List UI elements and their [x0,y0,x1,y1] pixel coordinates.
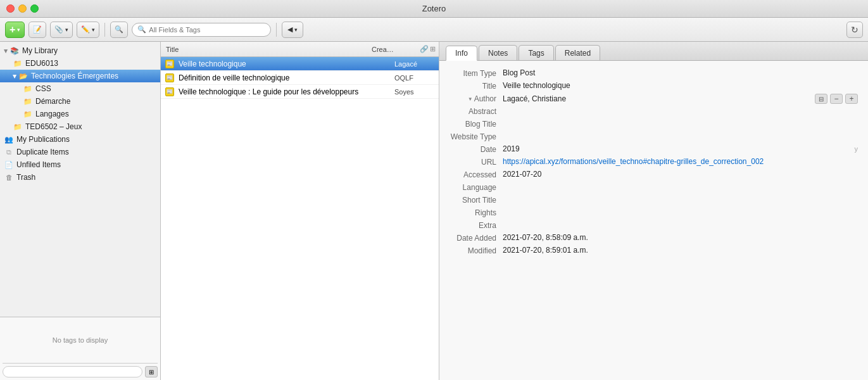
close-button[interactable] [6,4,15,13]
label-extra: Extra [439,220,503,230]
sidebar-label-unfiled: Unfiled Items [16,160,61,169]
minimize-button[interactable] [18,4,27,13]
search-icon-2: 🔍 [137,25,146,34]
item-creator-2: OQLF [394,74,439,82]
sidebar-label-css: CSS [35,84,51,93]
value-url[interactable]: https://apical.xyz/formations/veille_tec… [503,157,868,166]
info-row-language: Language [439,181,868,194]
sidebar-item-ted6502[interactable]: 📁 TED6502 – Jeux [0,120,160,133]
label-author-text: Author [474,94,496,103]
sidebar-item-publications[interactable]: 👥 My Publications [0,133,160,146]
col-icons-header: 🔗 ⊞ [416,45,439,53]
label-url: URL [439,157,503,167]
sidebar-label-demarche: Démarche [35,97,70,106]
label-date-added: Date Added [439,233,503,243]
sidebar-label-edu6013: EDU6013 [25,59,58,68]
search-field-selector[interactable]: 🔍 [110,22,128,38]
tab-related[interactable]: Related [555,45,600,60]
folder-icon-langages: 📁 [23,109,33,119]
folder-icon-ted: 📁 [13,122,23,132]
add-author-button[interactable]: + [845,94,858,104]
toolbar: + ▾ 📝 📎 ▾ ✏️ ▾ 🔍 🔍 ◀ ▾ ↻ [0,18,868,42]
items-pane: Title Crea… 🔗 ⊞ 📰 Veille technologique L… [161,42,439,380]
info-row-url: URL https://apical.xyz/formations/veille… [439,156,868,168]
refresh-button[interactable]: ↻ [846,22,863,38]
sidebar-item-tech-emergentes[interactable]: ▶ 📂 Technologies Émergentes [0,70,160,82]
tab-tags[interactable]: Tags [519,45,553,60]
add-item-button[interactable]: + ▾ [5,22,25,38]
info-row-website-type: Website Type [439,130,868,143]
info-row-blog-title: Blog Title [439,118,868,130]
folder-icon-css: 📁 [23,84,33,94]
minus-icon: − [834,94,838,103]
library-icon: 📚 [9,46,20,56]
label-language: Language [439,182,503,192]
window-controls [6,4,39,13]
info-row-short-title: Short Title [439,194,868,206]
remove-author-button[interactable]: − [830,94,843,104]
author-row: Lagacé, Christiane ⊟ − + [503,94,868,104]
add-dropdown-icon: ▾ [17,27,20,33]
sidebar-item-langages[interactable]: 📁 Langages [0,108,160,120]
new-note-button[interactable]: 📝 [28,22,46,38]
sidebar-label-duplicates: Duplicate Items [16,148,69,156]
sidebar-label-langages: Langages [35,110,69,118]
tag-search-input[interactable] [3,366,142,377]
author-type-toggle[interactable]: ⊟ [815,94,827,104]
separator-1 [104,23,105,37]
tab-info[interactable]: Info [446,46,477,61]
table-row[interactable]: 📰 Définition de veille technologique OQL… [161,71,439,85]
maximize-button[interactable] [30,4,39,13]
col-title-header: Title [161,46,372,53]
value-item-type[interactable]: Blog Post [503,68,868,77]
value-accessed[interactable]: 2021-07-20 [503,170,868,179]
item-list: 📰 Veille technologique Lagacé 📰 Définiti… [161,57,439,380]
plus-icon: + [849,94,853,103]
info-row-abstract: Abstract [439,105,868,118]
folder-icon: 📁 [13,58,23,68]
value-title[interactable]: Veille technologique [503,81,868,90]
nav-button[interactable]: ◀ ▾ [282,22,303,38]
sidebar-item-demarche[interactable]: 📁 Démarche [0,95,160,108]
sidebar-item-my-library[interactable]: ▶ 📚 My Library [0,44,160,57]
column-headers: Title Crea… 🔗 ⊞ [161,42,439,57]
label-title: Title [439,81,503,91]
add-icon: + [9,24,15,35]
label-website-type: Website Type [439,132,503,141]
sidebar-tags-area: No tags to display ⊞ [0,317,160,380]
author-controls: ⊟ − + [815,94,858,104]
info-row-item-type: Item Type Blog Post [439,67,868,80]
label-short-title: Short Title [439,195,503,205]
sidebar-label-trash: Trash [16,173,35,182]
tag-filter-button[interactable]: ⊞ [145,366,158,377]
tag-search-bar: ⊞ [3,363,158,377]
edit-item-button[interactable]: ✏️ ▾ [77,22,99,38]
label-author: ▼ Author [439,94,503,103]
tags-empty-message: No tags to display [3,320,158,360]
value-date-added: 2021-07-20, 8:58:09 a.m. [503,233,868,242]
value-author[interactable]: Lagacé, Christiane [503,94,815,103]
value-date[interactable]: 2019 [503,144,855,153]
sidebar-item-edu6013[interactable]: 📁 EDU6013 [0,57,160,70]
pencil-icon: ✏️ [81,25,90,34]
table-row[interactable]: 📰 Veille technologique : Le guide pour l… [161,85,439,99]
info-row-date: Date 2019 y [439,143,868,156]
sidebar-item-unfiled[interactable]: 📄 Unfiled Items [0,158,160,171]
info-row-author: ▼ Author Lagacé, Christiane ⊟ − + [439,92,868,105]
attachment-col-icon: 🔗 [420,45,429,53]
nav-dropdown-icon: ▾ [294,27,298,33]
item-title-2: Définition de veille technologique [179,73,394,82]
label-date: Date [439,144,503,154]
sidebar-item-css[interactable]: 📁 CSS [0,82,160,95]
info-row-date-added: Date Added 2021-07-20, 8:58:09 a.m. [439,232,868,244]
info-panel: Item Type Blog Post Title Veille technol… [439,61,868,380]
col-creator-header: Crea… [372,46,416,53]
search-box[interactable]: 🔍 [132,23,271,37]
search-input[interactable] [149,26,265,34]
sidebar-item-duplicates[interactable]: ⧉ Duplicate Items [0,146,160,158]
sidebar-item-trash[interactable]: 🗑 Trash [0,171,160,184]
attach-button[interactable]: 📎 ▾ [50,22,73,38]
tab-notes[interactable]: Notes [479,45,517,60]
sidebar-label-publications: My Publications [16,135,70,144]
table-row[interactable]: 📰 Veille technologique Lagacé [161,57,439,71]
